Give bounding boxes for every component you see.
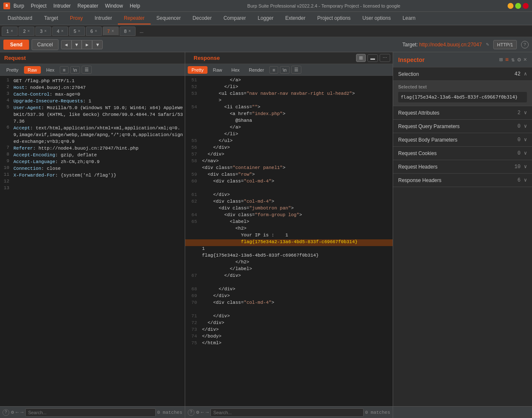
inspector-spacer — [393, 407, 532, 418]
maximize-button[interactable] — [515, 3, 521, 9]
selection-chevron-icon[interactable]: ∧ — [524, 71, 527, 77]
response-btn-special[interactable]: ≡ — [269, 66, 278, 74]
tab-comparer[interactable]: Comparer — [218, 13, 252, 24]
response-view-split[interactable]: ⊞ — [356, 54, 366, 62]
request-query-chevron-icon[interactable]: ∨ — [524, 123, 527, 129]
send-button[interactable]: Send — [3, 40, 29, 50]
response-editor[interactable]: 51 </a> 52 </li> 53 <ul class="nav navba… — [185, 76, 393, 406]
repeater-tab-3[interactable]: 3× — [35, 27, 51, 36]
request-editor[interactable]: 1 GET /flag.php HTTP/1.1 2 Host: node4.b… — [0, 76, 185, 406]
request-attributes-row[interactable]: Request Attributes 2 ∨ — [393, 106, 532, 119]
tab-logger[interactable]: Logger — [252, 13, 279, 24]
response-view-dots[interactable]: ⋯ — [380, 54, 390, 62]
response-btn-raw[interactable]: Raw — [209, 66, 226, 74]
response-btn-ln[interactable]: \n — [280, 66, 290, 74]
tab-dashboard[interactable]: Dashboard — [2, 13, 38, 24]
response-settings-icon[interactable]: ⚙ — [196, 409, 199, 415]
repeater-tab-2[interactable]: 2× — [19, 27, 35, 36]
tab-extender[interactable]: Extender — [279, 13, 311, 24]
repeater-tab-8[interactable]: 8× — [120, 27, 136, 36]
response-line: </label> — [185, 266, 393, 273]
menu-burp[interactable]: Burp — [13, 3, 24, 9]
response-line: </li> — [185, 131, 393, 138]
tab-sequencer[interactable]: Sequencer — [151, 13, 187, 24]
inspector-settings-icon[interactable]: ⚙ — [517, 56, 521, 63]
menu-window[interactable]: Window — [105, 3, 123, 9]
request-btn-raw[interactable]: Raw — [24, 66, 41, 74]
tab-repeater[interactable]: Repeater — [118, 13, 150, 24]
response-next-search-icon[interactable]: → — [205, 410, 208, 415]
prev-button[interactable]: ◄ — [61, 40, 72, 49]
request-settings-icon[interactable]: ⚙ — [11, 409, 14, 415]
close-button[interactable] — [523, 3, 529, 9]
menu-help[interactable]: Help — [130, 3, 140, 9]
repeater-tab-6[interactable]: 6× — [86, 27, 102, 36]
response-headers-row[interactable]: Response Headers 6 ∨ — [393, 174, 532, 187]
repeater-tab-5[interactable]: 5× — [69, 27, 85, 36]
inspector-list-icon[interactable]: ≡ — [505, 56, 508, 63]
repeater-tab-1[interactable]: 1× — [2, 27, 18, 36]
tab-intruder[interactable]: Intruder — [89, 13, 118, 24]
more-tabs[interactable]: ... — [136, 27, 147, 35]
request-headers-row[interactable]: Request Headers 10 ∨ — [393, 160, 532, 173]
request-btn-hex[interactable]: Hex — [43, 66, 59, 74]
http-version-button[interactable]: HTTP/1 — [493, 40, 517, 49]
tab-proxy[interactable]: Proxy — [64, 13, 89, 24]
tab-project-options[interactable]: Project options — [311, 13, 356, 24]
response-line: 73 </div> — [185, 327, 393, 334]
next-button[interactable]: ► — [82, 40, 92, 49]
next-dropdown[interactable]: ▼ — [92, 40, 103, 49]
edit-target-icon[interactable]: ✎ — [486, 41, 489, 48]
request-cookies-count: 0 — [518, 150, 521, 156]
response-search-input[interactable] — [210, 408, 364, 417]
request-query-row[interactable]: Request Query Parameters 0 ∨ — [393, 120, 532, 133]
response-view-single[interactable]: ▬ — [367, 54, 378, 62]
response-line: flag{175e34a2-13a6-4bd5-833f-c69667f0b31… — [185, 253, 393, 260]
minimize-button[interactable] — [508, 3, 513, 9]
tab-user-options[interactable]: User options — [356, 13, 396, 24]
request-body-chevron-icon[interactable]: ∨ — [524, 137, 527, 143]
menu-intruder[interactable]: Intruder — [53, 3, 71, 9]
response-line: 56 </div> — [185, 145, 393, 152]
response-prev-search-icon[interactable]: ← — [201, 410, 204, 415]
tab-target[interactable]: Target — [38, 13, 64, 24]
request-query-count: 0 — [518, 123, 521, 129]
response-btn-menu[interactable]: ☰ — [291, 66, 301, 74]
request-btn-menu[interactable]: ☰ — [82, 66, 92, 74]
request-btn-special[interactable]: ≡ — [60, 66, 68, 74]
tab-decoder[interactable]: Decoder — [187, 13, 218, 24]
request-btn-pretty[interactable]: Pretty — [3, 66, 22, 74]
repeater-tab-7[interactable]: 7× — [103, 27, 119, 36]
request-prev-search-icon[interactable]: ← — [16, 410, 19, 415]
request-attributes-chevron-icon[interactable]: ∨ — [524, 110, 527, 116]
menu-project[interactable]: Project — [31, 3, 46, 9]
inspector-title: Inspector — [398, 56, 499, 63]
request-search-input[interactable] — [25, 408, 156, 417]
menu-bar: Burp Project Intruder Repeater Window He… — [13, 3, 140, 9]
request-cookies-chevron-icon[interactable]: ∨ — [524, 150, 527, 156]
request-next-search-icon[interactable]: → — [20, 410, 23, 415]
prev-dropdown[interactable]: ▼ — [72, 40, 82, 49]
menu-repeater[interactable]: Repeater — [77, 3, 98, 9]
selection-row[interactable]: Selection 42 ∧ — [393, 67, 532, 81]
repeater-tab-4[interactable]: 4× — [52, 27, 68, 36]
request-help-icon[interactable]: ? — [3, 409, 9, 416]
request-body-row[interactable]: Request Body Parameters 0 ∨ — [393, 133, 532, 146]
response-btn-render[interactable]: Render — [245, 66, 268, 74]
selected-text-label: Selected text — [398, 84, 527, 89]
cancel-button[interactable]: Cancel — [32, 39, 58, 50]
response-line-flag: flag{175e34a2-13a6-4bd5-833f-c69667f0b31… — [185, 239, 393, 246]
response-btn-hex[interactable]: Hex — [228, 66, 244, 74]
response-line: 53 <ul class="nav navbar-nav navbar-righ… — [185, 91, 393, 98]
help-icon[interactable]: ? — [521, 41, 529, 48]
inspector-close-icon[interactable]: × — [524, 56, 527, 63]
response-btn-pretty[interactable]: Pretty — [188, 66, 207, 74]
request-btn-ln[interactable]: \n — [70, 66, 80, 74]
tab-learn[interactable]: Learn — [396, 13, 421, 24]
response-help-icon[interactable]: ? — [188, 409, 194, 416]
inspector-sort-icon[interactable]: ⇅ — [511, 56, 515, 63]
response-headers-chevron-icon[interactable]: ∨ — [524, 177, 527, 183]
request-cookies-row[interactable]: Request Cookies 0 ∨ — [393, 147, 532, 160]
request-headers-chevron-icon[interactable]: ∨ — [524, 163, 527, 170]
inspector-grid-icon[interactable]: ⊞ — [499, 56, 503, 63]
